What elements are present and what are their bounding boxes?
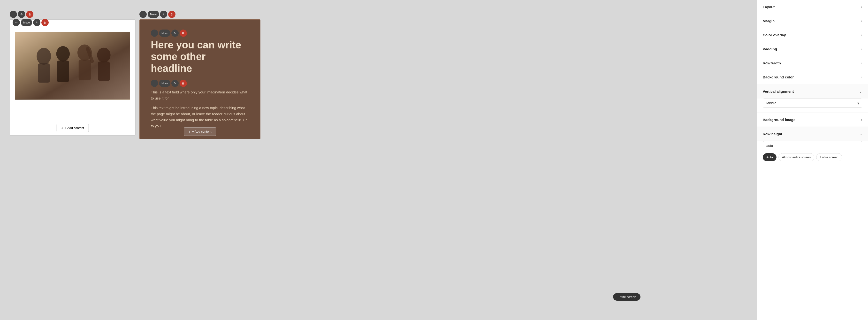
section-margin: Margin › xyxy=(757,14,868,28)
row2-delete-button[interactable]: 🗑 xyxy=(168,11,176,18)
col1-delete-button[interactable]: 🗑 xyxy=(41,19,49,26)
rh-auto-button[interactable]: Auto xyxy=(763,153,776,161)
section-row-width: Row width › xyxy=(757,56,868,70)
row2-add-content-button[interactable]: + + Add content xyxy=(184,127,216,136)
rh-almost-screen-button[interactable]: Almost entire screen xyxy=(778,153,814,161)
row-block-1: ⋯ ⚙ 🗑 ⋯ Move ✎ 🗑 xyxy=(10,19,135,135)
text-edit-button[interactable]: ✎ xyxy=(172,30,179,37)
svg-rect-4 xyxy=(57,61,69,82)
section-rh-content: Auto Almost entire screen Entire screen xyxy=(757,141,868,166)
section-bg-image-header[interactable]: Background image › xyxy=(757,113,868,127)
add-icon-2: + xyxy=(189,129,191,134)
row1-delete-button[interactable]: 🗑 xyxy=(26,11,33,18)
row-height-input[interactable] xyxy=(763,141,862,150)
svg-rect-0 xyxy=(15,32,130,99)
section-bg-image-title: Background image xyxy=(763,118,795,122)
entire-screen-pill: Entire screen xyxy=(613,293,641,301)
section-vertical-alignment: Vertical alignment ⌄ Top Middle Bottom xyxy=(757,84,868,113)
image-block xyxy=(15,32,130,100)
col1-more-button[interactable]: ⋯ xyxy=(12,19,20,26)
svg-point-1 xyxy=(36,48,51,65)
text-move-button[interactable]: Move xyxy=(159,30,170,37)
section-row-width-title: Row width xyxy=(763,61,781,65)
body-edit-button[interactable]: ✎ xyxy=(172,79,179,87)
section-color-overlay: Color overlay › xyxy=(757,28,868,42)
col1-move-button[interactable]: Move xyxy=(21,19,32,26)
section-padding: Padding › xyxy=(757,42,868,56)
body-delete-button[interactable]: 🗑 xyxy=(180,79,187,87)
section-bg-image-chevron: › xyxy=(861,118,862,122)
section-padding-chevron: › xyxy=(861,47,862,51)
row2-move-button[interactable]: Move xyxy=(148,11,159,18)
canvas-area: ⋯ ⚙ 🗑 ⋯ Move ✎ 🗑 xyxy=(0,0,757,320)
section-layout-chevron: › xyxy=(861,5,862,9)
section-rh-chevron: ⌄ xyxy=(859,132,862,136)
rh-buttons-group: Auto Almost entire screen Entire screen xyxy=(763,153,862,161)
col1-toolbar: ⋯ Move ✎ 🗑 xyxy=(12,19,49,26)
section-margin-title: Margin xyxy=(763,19,775,23)
row2-body1: This is a text field where only your ima… xyxy=(151,89,249,101)
section-va-chevron: ⌄ xyxy=(859,89,862,94)
rh-entire-screen-button[interactable]: Entire screen xyxy=(816,153,842,161)
section-color-overlay-chevron: › xyxy=(861,33,862,37)
row2-headline: Here you can write some other headline xyxy=(151,39,249,74)
va-dropdown-wrapper: Top Middle Bottom xyxy=(763,98,862,108)
people-image xyxy=(15,32,130,100)
row1-settings-button[interactable]: ⚙ xyxy=(18,11,25,18)
row1-toolbar: ⋯ ⚙ 🗑 xyxy=(10,11,33,18)
row2-toolbar: ⋯ Move ✎ 🗑 xyxy=(140,11,176,18)
row1-more-button[interactable]: ⋯ xyxy=(10,11,17,18)
section-color-overlay-header[interactable]: Color overlay › xyxy=(757,28,868,42)
va-dropdown[interactable]: Top Middle Bottom xyxy=(763,98,862,108)
section-padding-header[interactable]: Padding › xyxy=(757,42,868,56)
svg-rect-6 xyxy=(79,60,91,80)
text-col-toolbar: ⋯ Move ✎ 🗑 xyxy=(151,30,249,37)
section-layout: Layout › xyxy=(757,0,868,14)
section-va-header[interactable]: Vertical alignment ⌄ xyxy=(757,84,868,98)
row2-edit-button[interactable]: ✎ xyxy=(160,11,167,18)
row2-add-content-label: + Add content xyxy=(192,130,211,133)
section-va-title: Vertical alignment xyxy=(763,89,794,93)
row1-add-content-label: + Add content xyxy=(65,126,84,130)
svg-rect-9 xyxy=(98,62,110,81)
section-row-width-header[interactable]: Row width › xyxy=(757,56,868,70)
right-panel: Layout › Margin › Color overlay › Paddin… xyxy=(757,0,868,320)
section-margin-chevron: › xyxy=(861,19,862,23)
row1-add-content-button[interactable]: + + Add content xyxy=(57,124,89,132)
section-bg-color-header[interactable]: Background color › xyxy=(757,70,868,84)
section-bg-color-title: Background color xyxy=(763,75,794,79)
row2-body2: This text might be introducing a new top… xyxy=(151,105,249,129)
section-row-width-chevron: › xyxy=(861,62,862,65)
section-margin-header[interactable]: Margin › xyxy=(757,14,868,28)
body-move-button[interactable]: Move xyxy=(159,79,170,87)
section-bg-color: Background color › xyxy=(757,70,868,84)
svg-point-3 xyxy=(56,46,70,62)
body-more-button[interactable]: ⋯ xyxy=(151,79,158,87)
section-bg-color-chevron: › xyxy=(861,75,862,79)
svg-rect-2 xyxy=(38,63,50,83)
section-rh-header[interactable]: Row height ⌄ xyxy=(757,127,868,141)
body-text-toolbar: ⋯ Move ✎ 🗑 xyxy=(151,79,249,87)
section-layout-title: Layout xyxy=(763,5,775,9)
svg-point-8 xyxy=(97,48,111,62)
row2-more-button[interactable]: ⋯ xyxy=(140,11,147,18)
row-block-2: ⋯ Move ✎ 🗑 ⋯ Move ✎ 🗑 xyxy=(140,19,260,139)
section-va-content: Top Middle Bottom xyxy=(757,98,868,113)
section-rh-title: Row height xyxy=(763,132,782,136)
section-padding-title: Padding xyxy=(763,47,777,51)
section-bg-image: Background image › xyxy=(757,113,868,127)
section-layout-header[interactable]: Layout › xyxy=(757,0,868,14)
add-icon: + xyxy=(61,126,63,130)
section-color-overlay-title: Color overlay xyxy=(763,33,786,37)
text-delete-button[interactable]: 🗑 xyxy=(180,30,187,37)
section-row-height: Row height ⌄ Auto Almost entire screen E… xyxy=(757,127,868,166)
text-more-button[interactable]: ⋯ xyxy=(151,30,158,37)
col1-edit-button[interactable]: ✎ xyxy=(33,19,40,26)
